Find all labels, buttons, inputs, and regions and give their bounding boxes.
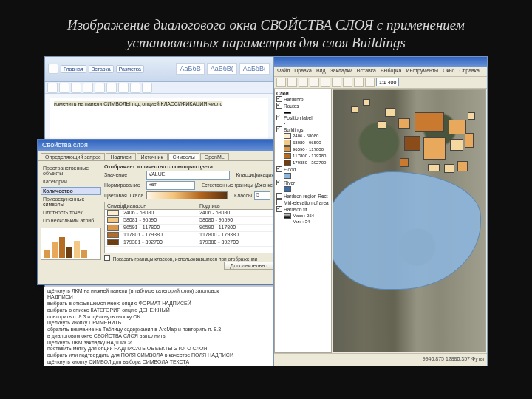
col-range: Диапазон — [121, 202, 197, 209]
map-canvas[interactable] — [332, 89, 486, 352]
toc-heading: Слои — [276, 91, 330, 96]
list-item[interactable]: По нескольким атриб. — [41, 216, 101, 225]
list-icon[interactable] — [142, 83, 152, 93]
building-poly — [385, 108, 395, 117]
footer-checkbox-label[interactable]: Показать границы классов, использовавшие… — [104, 255, 274, 262]
dialog-tab[interactable]: Определяющий запрос — [41, 153, 105, 160]
menu-item[interactable]: Вставка — [357, 68, 376, 75]
dialog-tab[interactable]: Источник — [137, 153, 168, 160]
table-row[interactable]: 2406 - 580802406 - 58080 — [105, 210, 273, 217]
add-data-icon[interactable] — [365, 78, 375, 87]
style-box[interactable]: АаБбВ( — [207, 63, 237, 75]
style-box[interactable]: АаБбВ( — [239, 63, 270, 75]
menu-item[interactable]: Закладки — [330, 68, 352, 75]
doc-highlight-line: изменить на панели СИМВОЛЫ под опцией КЛ… — [54, 101, 222, 106]
building-poly — [404, 136, 420, 151]
italic-icon[interactable] — [95, 83, 105, 93]
building-poly — [465, 133, 474, 148]
toc-layer[interactable]: Hardson.tif — [276, 206, 330, 213]
symbology-settings: Отображает количество с помощью цвета Зн… — [104, 164, 274, 276]
align-left-icon[interactable] — [118, 83, 129, 93]
list-item-selected[interactable]: Количество — [41, 187, 101, 195]
list-item[interactable]: Присоединенные символы — [41, 195, 101, 208]
menu-item[interactable]: Файл — [277, 68, 290, 75]
building-poly — [457, 161, 468, 171]
cut-icon[interactable] — [59, 83, 69, 93]
ribbon-tab[interactable]: Вставка — [89, 65, 114, 73]
slide-title: Изображение диалогового окна СВОЙСТВА СЛ… — [0, 0, 532, 56]
list-item[interactable]: Категории — [41, 177, 101, 185]
status-bar: 9940.875 12880.357 Футы — [274, 353, 487, 364]
list-item[interactable]: Пространственные объекты — [41, 164, 101, 177]
building-poly — [423, 137, 446, 160]
norm-dropdown[interactable]: нет — [146, 181, 195, 190]
dialog-tab-active[interactable]: Символы — [168, 153, 200, 160]
copy-icon[interactable] — [71, 83, 81, 93]
table-row[interactable]: 179381 - 392700179380 - 392700 — [105, 239, 273, 247]
class-label: Классификация — [236, 172, 274, 177]
toc-layer[interactable]: Flood — [276, 166, 330, 173]
toc-layer-buildings[interactable]: Buildings — [276, 126, 330, 133]
word-sub-toolbar — [45, 82, 273, 94]
col-symbol: Символ — [105, 202, 121, 209]
ribbon-tab[interactable]: Главная — [61, 65, 86, 73]
table-row[interactable]: 96591 - 11780096590 - 117800 — [105, 225, 273, 232]
open-icon[interactable] — [287, 78, 297, 87]
toc-layer[interactable]: Hardson region Rect — [276, 193, 330, 200]
norm-label: Нормирование — [104, 183, 144, 188]
copy-icon[interactable] — [332, 78, 341, 87]
col-label: Подпись — [197, 202, 273, 209]
dialog-tab[interactable]: OpenML — [200, 153, 229, 160]
office-button-icon[interactable] — [48, 64, 58, 74]
undo-icon[interactable] — [354, 78, 364, 87]
building-poly — [398, 118, 410, 129]
menu-item[interactable]: Инструменты — [406, 68, 438, 75]
list-item[interactable]: Плотность точек — [41, 208, 101, 216]
advanced-button[interactable]: Дополнительно — [224, 262, 274, 270]
table-row[interactable]: 58081 - 9659058080 - 96590 — [105, 217, 273, 225]
building-poly — [428, 164, 440, 171]
align-center-icon[interactable] — [130, 83, 140, 93]
toc-layer[interactable]: Routes — [276, 103, 330, 109]
paste-icon[interactable] — [47, 83, 58, 93]
menu-item[interactable]: Справка — [459, 68, 479, 75]
dialog-tab[interactable]: Надписи — [106, 153, 135, 160]
ribbon-tab[interactable]: Разметка — [116, 65, 144, 73]
arcmap-window: Файл Правка Вид Закладки Вставка Выборка… — [273, 56, 488, 366]
building-poly — [378, 121, 386, 129]
content-area: Главная Вставка Разметка АаБбВ АаБбВ( Аа… — [44, 56, 488, 366]
toc-layer[interactable]: Position label — [276, 115, 330, 121]
layer-properties-dialog: Свойства слоя Определяющий запрос Надпис… — [37, 139, 278, 285]
toc-layer[interactable]: Mid-elevation of area — [276, 200, 330, 206]
menu-item[interactable]: Окно — [443, 68, 454, 75]
table-of-contents: Слои Hardsnrp Routes Position label • Bu… — [274, 89, 332, 353]
menu-item[interactable]: Выборка — [381, 68, 402, 75]
scale-dropdown[interactable]: 1:1 400 — [376, 78, 399, 86]
menu-item[interactable]: Вид — [316, 68, 326, 75]
building-poly — [400, 158, 409, 167]
field-label: Значение — [104, 172, 144, 177]
class-count-label: Классы — [234, 193, 252, 198]
building-poly — [468, 112, 475, 120]
symbology-category-list: Пространственные объекты Категории Колич… — [41, 164, 101, 276]
document-text: щёлкнуть ЛКМ на нижней панели (в таблице… — [44, 287, 273, 366]
building-poly — [450, 139, 463, 151]
menu-item[interactable]: Правка — [294, 68, 312, 75]
new-icon[interactable] — [276, 78, 286, 87]
style-box[interactable]: АаБбВ — [176, 63, 204, 75]
cut-icon[interactable] — [321, 78, 330, 87]
class-count-input[interactable]: 5 — [254, 191, 270, 200]
value-field-dropdown[interactable]: VALUE — [146, 171, 230, 180]
color-ramp-dropdown[interactable] — [146, 191, 228, 200]
print-icon[interactable] — [310, 78, 319, 87]
table-row[interactable]: 117801 - 179380117800 - 179380 — [105, 232, 273, 239]
building-poly — [363, 99, 370, 106]
paste-icon[interactable] — [343, 78, 352, 87]
toc-layer[interactable]: River — [276, 180, 330, 186]
bold-icon[interactable] — [83, 83, 93, 93]
dialog-tabs: Определяющий запрос Надписи Источник Сим… — [38, 151, 277, 161]
save-icon[interactable] — [299, 78, 308, 87]
underline-icon[interactable] — [106, 83, 117, 93]
word-ribbon: Главная Вставка Разметка АаБбВ АаБбВ( Аа… — [45, 57, 273, 82]
toc-layer[interactable]: Hardsnrp — [276, 96, 330, 103]
